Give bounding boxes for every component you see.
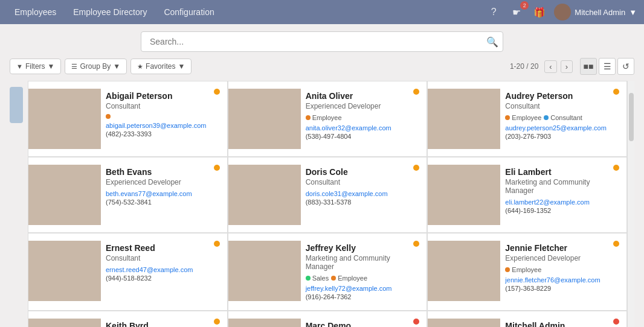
employee-phone: (538)-497-4804: [306, 133, 416, 140]
employee-card[interactable]: Marc Demo Experienced Developer: [228, 311, 427, 327]
search-row: 🔍: [0, 24, 644, 56]
employee-card[interactable]: Doris Cole Consultant doris.cole31@examp…: [228, 157, 427, 232]
tag-label: Employee: [312, 114, 342, 121]
avatar: [554, 4, 571, 21]
star-icon: ★: [137, 63, 143, 71]
left-sidebar: [10, 81, 28, 327]
top-nav: Employees Employee Directory Configurati…: [0, 0, 644, 24]
employee-name: Beth Evans: [106, 167, 216, 177]
employee-phone: (644)-169-1352: [505, 207, 616, 214]
employee-card[interactable]: Eli Lambert Marketing and Community Mana…: [428, 157, 626, 232]
employee-photo: [428, 89, 500, 149]
employee-phone: (203)-276-7903: [505, 133, 616, 140]
sidebar-tab[interactable]: [10, 87, 23, 123]
employee-photo: [228, 241, 301, 301]
employee-card[interactable]: Anita Oliver Experienced Developer Emplo…: [228, 81, 427, 156]
messages-icon[interactable]: ☛ 2: [508, 4, 525, 21]
employee-card[interactable]: Beth Evans Experienced Developer beth.ev…: [28, 157, 227, 232]
employee-card[interactable]: Abigail Peterson Consultant abigail.pete…: [28, 81, 227, 156]
search-input[interactable]: [141, 31, 503, 52]
photo-placeholder: [228, 89, 301, 149]
status-dot: [613, 319, 619, 325]
tag-dot: [544, 115, 549, 120]
employee-phone: (916)-264-7362: [306, 293, 416, 300]
employee-info: Beth Evans Experienced Developer beth.ev…: [101, 165, 221, 208]
nav-employee-directory[interactable]: Employee Directory: [66, 2, 154, 22]
employee-name: Ernest Reed: [106, 243, 216, 253]
search-bar-container: 🔍: [141, 31, 503, 52]
nav-right: ? ☛ 2 🎁 Mitchell Admin ▼: [485, 4, 637, 21]
employee-tags: Employee: [505, 266, 616, 273]
tag-dot: [306, 276, 311, 281]
employee-title: Experienced Developer: [505, 254, 616, 262]
filters-button[interactable]: ▼ Filters ▼: [10, 59, 61, 74]
employee-card[interactable]: Jeffrey Kelly Marketing and Community Ma…: [228, 233, 427, 310]
toolbar: ▼ Filters ▼ ☰ Group By ▼ ★ Favorites ▼ 1…: [0, 56, 644, 81]
employee-phone: (944)-518-8232: [106, 275, 216, 282]
employee-title: Experienced Developer: [106, 178, 216, 186]
employee-photo: [228, 165, 301, 225]
employee-card[interactable]: Audrey Peterson Consultant Employee Cons…: [428, 81, 626, 156]
employee-info: Keith Byrd Experienced Developer: [101, 319, 221, 327]
pagination-info: 1-20 / 20: [510, 62, 538, 71]
search-button[interactable]: 🔍: [486, 36, 498, 48]
employee-email: jennie.fletcher76@example.com: [505, 276, 616, 284]
groupby-button[interactable]: ☰ Group By ▼: [65, 59, 127, 74]
employee-card[interactable]: Mitchell Admin Chief Executive Officer: [428, 311, 626, 327]
employee-email: beth.evans77@example.com: [106, 190, 216, 197]
scrollbar[interactable]: [627, 81, 634, 327]
employee-card[interactable]: Ernest Reed Consultant ernest.reed47@exa…: [28, 233, 227, 310]
photo-placeholder: [428, 89, 500, 149]
grid-view-button[interactable]: ■■: [580, 58, 597, 75]
messages-badge: 2: [520, 1, 529, 10]
employee-card[interactable]: Keith Byrd Experienced Developer: [28, 311, 227, 327]
list-view-button[interactable]: ☰: [599, 58, 616, 75]
employee-title: Consultant: [505, 102, 616, 110]
chevron-down-icon3: ▼: [178, 62, 185, 71]
prev-page-button[interactable]: ‹: [544, 60, 556, 73]
employee-tags: [106, 114, 216, 119]
employee-tags: Employee: [306, 114, 416, 121]
tag: Employee: [331, 275, 367, 282]
employee-phone: (482)-233-3393: [106, 130, 216, 138]
next-page-button[interactable]: ›: [561, 60, 573, 73]
employee-phone: (157)-363-8229: [505, 285, 616, 292]
employee-card[interactable]: Jennie Fletcher Experienced Developer Em…: [428, 233, 626, 310]
nav-configuration[interactable]: Configuration: [156, 2, 221, 22]
employee-phone: (883)-331-5378: [306, 198, 416, 206]
tag: [106, 114, 112, 119]
employee-info: Abigail Peterson Consultant abigail.pete…: [101, 89, 221, 140]
tag: Employee: [306, 114, 342, 121]
employee-info: Jennie Fletcher Experienced Developer Em…: [500, 241, 620, 294]
employee-email: jeffrey.kelly72@example.com: [306, 285, 416, 292]
help-icon[interactable]: ?: [485, 4, 502, 21]
employee-info: Marc Demo Experienced Developer: [301, 319, 421, 327]
employee-photo: [428, 241, 500, 301]
employee-photo: [28, 241, 101, 301]
gift-icon[interactable]: 🎁: [531, 4, 548, 21]
photo-placeholder: [28, 241, 101, 301]
cards-area: Abigail Peterson Consultant abigail.pete…: [0, 81, 644, 327]
nav-links: Employees Employee Directory Configurati…: [7, 2, 222, 22]
tag-dot: [106, 114, 111, 119]
employee-title: Consultant: [306, 178, 416, 186]
employee-info: Doris Cole Consultant doris.cole31@examp…: [301, 165, 421, 208]
employee-email: audrey.peterson25@example.com: [505, 124, 616, 132]
employee-phone: (754)-532-3841: [106, 198, 216, 206]
employee-name: Eli Lambert: [505, 167, 616, 177]
photo-placeholder: [428, 319, 500, 327]
employee-photo: [228, 319, 301, 327]
tag-label: Employee: [512, 114, 541, 121]
favorites-button[interactable]: ★ Favorites ▼: [130, 59, 192, 74]
scrollbar-thumb: [629, 93, 634, 141]
employee-name: Anita Oliver: [306, 91, 416, 101]
status-dot: [214, 89, 220, 95]
nav-employees[interactable]: Employees: [7, 2, 63, 22]
employee-photo: [28, 319, 101, 327]
employee-photo: [28, 89, 101, 149]
chevron-down-icon: ▼: [48, 62, 55, 71]
user-menu[interactable]: Mitchell Admin ▼: [554, 4, 637, 21]
status-dot: [613, 241, 619, 247]
employee-tags: Employee Consultant: [505, 114, 616, 121]
settings-view-button[interactable]: ↺: [617, 58, 634, 75]
